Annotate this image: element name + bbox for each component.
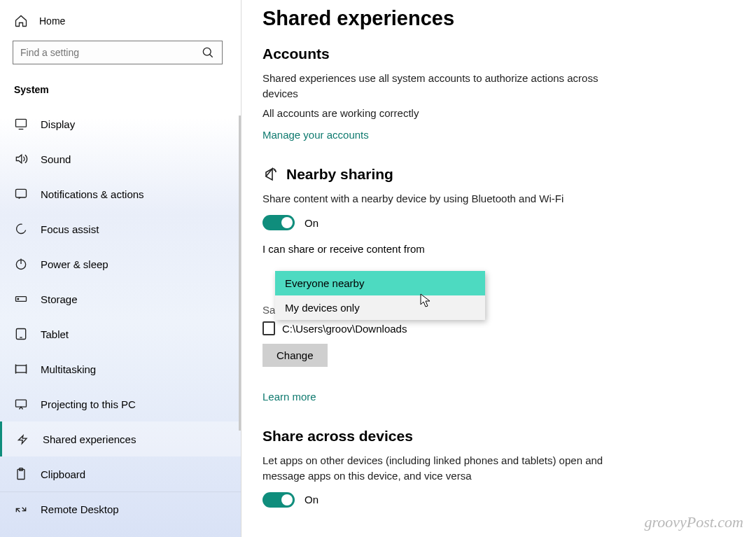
save-files-path: C:\Users\groov\Downloads [282, 323, 407, 335]
change-folder-button[interactable]: Change [262, 344, 328, 367]
dropdown-option-my-devices-only[interactable]: My devices only [275, 295, 485, 320]
sidebar-item-label: Sound [41, 153, 71, 165]
svg-line-1 [210, 55, 213, 57]
page-title: Shared experiences [262, 7, 728, 30]
home-label: Home [39, 15, 65, 27]
focus-assist-icon [14, 222, 28, 236]
tablet-icon [14, 327, 28, 341]
share-across-description: Let apps on other devices (including lin… [262, 453, 634, 484]
nearby-sharing-heading-text: Nearby sharing [286, 166, 393, 183]
learn-more-link[interactable]: Learn more [262, 391, 316, 403]
share-across-heading: Share across devices [262, 428, 728, 445]
search-icon [201, 46, 215, 60]
svg-point-0 [203, 48, 211, 55]
nearby-sharing-heading: Nearby sharing [262, 166, 728, 183]
nearby-sharing-icon [262, 166, 279, 183]
home-button[interactable]: Home [0, 7, 241, 35]
display-icon [14, 117, 28, 131]
nearby-sharing-toggle-state: On [304, 217, 318, 229]
sidebar-item-label: Power & sleep [41, 258, 108, 270]
sidebar-item-label: Focus assist [41, 223, 99, 235]
sound-icon [14, 152, 28, 166]
accounts-description: Shared experiences use all system accoun… [262, 71, 634, 102]
search-input[interactable] [20, 47, 201, 58]
sidebar-item-projecting[interactable]: Projecting to this PC [0, 386, 241, 421]
share-from-label: I can share or receive content from [262, 243, 728, 255]
sidebar-category-label: System [0, 73, 241, 99]
sidebar-item-storage[interactable]: Storage [0, 281, 241, 316]
svg-rect-14 [16, 400, 27, 407]
accounts-status: All accounts are working correctly [262, 106, 634, 121]
svg-rect-11 [16, 365, 27, 372]
accounts-heading: Accounts [262, 46, 728, 62]
sidebar-item-label: Multitasking [41, 363, 96, 375]
sidebar-item-clipboard[interactable]: Clipboard [0, 456, 241, 491]
sidebar-item-label: Projecting to this PC [41, 398, 136, 410]
svg-rect-2 [16, 119, 27, 127]
home-icon [14, 14, 28, 28]
folder-icon [262, 321, 275, 335]
shared-experiences-icon [16, 432, 30, 446]
sidebar-item-multitasking[interactable]: Multitasking [0, 351, 241, 386]
settings-sidebar: Home System Display Sound Notifi [0, 0, 241, 537]
sidebar-scrollbar[interactable] [239, 116, 241, 431]
power-icon [14, 257, 28, 271]
clipboard-icon [14, 467, 28, 481]
sidebar-item-power-sleep[interactable]: Power & sleep [0, 246, 241, 281]
sidebar-item-focus-assist[interactable]: Focus assist [0, 211, 241, 246]
search-input-wrapper[interactable] [13, 41, 223, 64]
storage-icon [14, 292, 28, 306]
sidebar-item-label: Remote Desktop [41, 503, 119, 515]
notifications-icon [14, 187, 28, 201]
sidebar-item-label: Storage [41, 293, 78, 305]
svg-rect-4 [16, 189, 27, 197]
nearby-sharing-toggle[interactable] [262, 215, 295, 230]
projecting-icon [14, 397, 28, 411]
settings-content: Shared experiences Accounts Shared exper… [241, 0, 756, 537]
sidebar-item-label: Display [41, 118, 75, 130]
nearby-sharing-description: Share content with a nearby device by us… [262, 191, 634, 207]
sidebar-nav: Display Sound Notifications & actions Fo… [0, 106, 241, 526]
share-from-dropdown[interactable]: Everyone nearby My devices only [275, 271, 485, 320]
svg-point-8 [18, 298, 19, 300]
sidebar-item-label: Clipboard [41, 468, 85, 480]
sidebar-item-label: Shared experiences [43, 433, 136, 445]
share-across-toggle[interactable] [262, 492, 295, 508]
sidebar-item-tablet[interactable]: Tablet [0, 316, 241, 351]
sidebar-item-shared-experiences[interactable]: Shared experiences [0, 421, 241, 456]
sidebar-item-sound[interactable]: Sound [0, 141, 241, 176]
share-across-toggle-state: On [304, 494, 318, 505]
sidebar-item-label: Notifications & actions [41, 188, 144, 200]
sidebar-item-label: Tablet [41, 328, 69, 340]
remote-desktop-icon [14, 503, 28, 517]
dropdown-option-everyone-nearby[interactable]: Everyone nearby [275, 271, 485, 295]
multitasking-icon [14, 362, 28, 376]
sidebar-item-remote-desktop[interactable]: Remote Desktop [0, 491, 241, 526]
sidebar-item-notifications[interactable]: Notifications & actions [0, 176, 241, 211]
manage-accounts-link[interactable]: Manage your accounts [262, 129, 369, 141]
sidebar-item-display[interactable]: Display [0, 106, 241, 141]
